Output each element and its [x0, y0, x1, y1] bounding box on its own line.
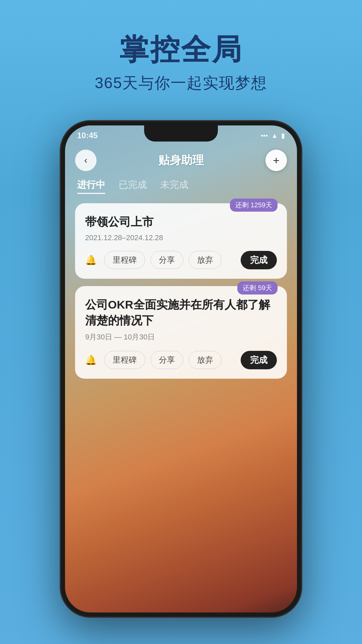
card-title-1: 带领公司上市: [85, 214, 277, 230]
badge-days-1: 还剩 1259天: [230, 199, 278, 212]
card-actions-2: 🔔 里程碑 分享 放弃 完成: [85, 351, 277, 369]
bell-icon-2[interactable]: 🔔: [85, 355, 97, 366]
tab-incomplete[interactable]: 未完成: [160, 178, 188, 194]
milestone-btn-2[interactable]: 里程碑: [104, 351, 145, 369]
nav-title: 贴身助理: [158, 153, 204, 168]
abandon-btn-1[interactable]: 放弃: [189, 251, 222, 269]
card-date-2: 9月30日 — 10月30日: [85, 332, 277, 342]
share-btn-1[interactable]: 分享: [150, 251, 183, 269]
back-button[interactable]: ‹: [75, 150, 97, 171]
tab-completed[interactable]: 已完成: [119, 178, 147, 194]
share-btn-2[interactable]: 分享: [150, 351, 183, 369]
card-actions-1: 🔔 里程碑 分享 放弃 完成: [85, 251, 277, 269]
cards-container: 还剩 1259天 带领公司上市 2021.12.28–2024.12.28 🔔 …: [75, 203, 287, 379]
card-date-1: 2021.12.28–2024.12.28: [85, 233, 277, 242]
goal-card-1: 还剩 1259天 带领公司上市 2021.12.28–2024.12.28 🔔 …: [75, 203, 287, 279]
complete-btn-2[interactable]: 完成: [241, 351, 277, 369]
battery-icon: ▮: [281, 131, 285, 140]
sub-title: 365天与你一起实现梦想: [0, 73, 362, 94]
complete-btn-1[interactable]: 完成: [241, 251, 277, 269]
signal-icon: ▪▪▪: [261, 132, 268, 140]
nav-bar: ‹ 贴身助理 +: [75, 146, 287, 175]
phone-mockup: 10:45 ▪▪▪ ▲ ▮ ‹ 贴身助理: [60, 121, 302, 617]
bell-icon-1[interactable]: 🔔: [85, 255, 97, 266]
tab-in-progress[interactable]: 进行中: [77, 178, 105, 194]
status-time: 10:45: [77, 131, 98, 140]
page-background: 掌控全局 365天与你一起实现梦想 10:45 ▪▪▪ ▲ ▮: [0, 0, 362, 644]
tab-bar: 进行中 已完成 未完成: [75, 178, 287, 194]
goal-card-2: 还剩 59天 公司OKR全面实施并在所有人都了解清楚的情况下 9月30日 — 1…: [75, 286, 287, 379]
header-section: 掌控全局 365天与你一起实现梦想: [0, 0, 362, 94]
wifi-icon: ▲: [271, 132, 278, 140]
badge-days-2: 还剩 59天: [237, 281, 278, 294]
app-content: ‹ 贴身助理 + 进行中 已完成: [65, 146, 297, 612]
main-title: 掌控全局: [0, 34, 362, 66]
plus-icon: +: [273, 154, 280, 167]
milestone-btn-1[interactable]: 里程碑: [104, 251, 145, 269]
phone-frame: 10:45 ▪▪▪ ▲ ▮ ‹ 贴身助理: [60, 121, 302, 617]
status-icons: ▪▪▪ ▲ ▮: [261, 131, 285, 140]
abandon-btn-2[interactable]: 放弃: [189, 351, 222, 369]
phone-notch: [144, 125, 218, 142]
card-title-2: 公司OKR全面实施并在所有人都了解清楚的情况下: [85, 297, 277, 329]
phone-screen: 10:45 ▪▪▪ ▲ ▮ ‹ 贴身助理: [65, 125, 297, 612]
add-button[interactable]: +: [265, 150, 287, 171]
back-icon: ‹: [84, 155, 87, 166]
